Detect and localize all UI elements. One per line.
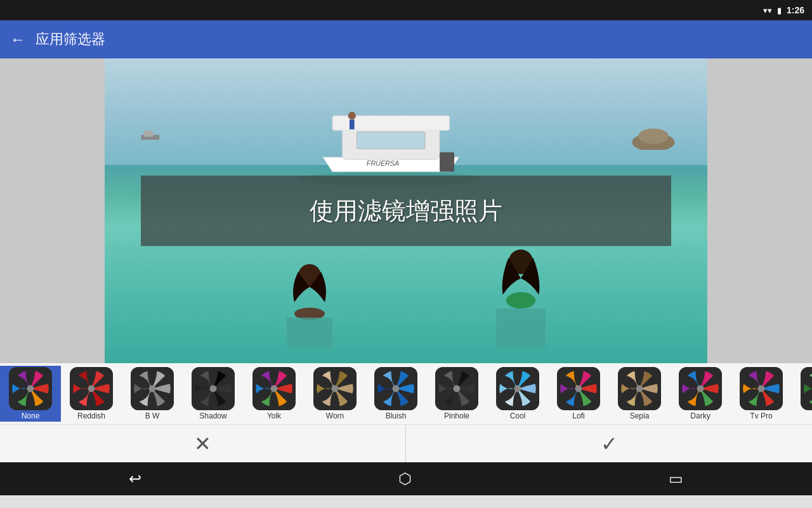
svg-rect-10: [287, 318, 332, 348]
filter-thumb-reddish: [70, 367, 113, 410]
svg-point-26: [514, 385, 521, 392]
filter-label-cool: Cool: [510, 411, 526, 420]
filter-item-yolk[interactable]: Yolk: [244, 366, 304, 422]
svg-point-28: [636, 385, 643, 392]
filter-label-pinhole: Pinhole: [444, 411, 469, 420]
filter-thumb-darky: [679, 367, 722, 410]
filter-thumb-cool: [496, 367, 539, 410]
svg-point-21: [210, 385, 217, 392]
svg-rect-17: [144, 130, 153, 137]
filter-thumb-pinhole: [435, 367, 478, 410]
filter-thumb-g: [801, 367, 812, 410]
filter-thumb-tvpro: [740, 367, 783, 410]
filter-thumb-sepia: [618, 367, 661, 410]
filter-thumb-yolk: [252, 367, 296, 410]
filter-item-reddish[interactable]: Reddish: [61, 366, 122, 422]
rocks: [629, 119, 678, 150]
action-bar: ✕ ✓: [0, 424, 812, 462]
recent-nav-icon[interactable]: ▭: [669, 470, 683, 488]
battery-icon: ▮: [777, 6, 782, 15]
filter-thumb-lofi: [557, 367, 600, 410]
banner-text: 使用滤镜增强照片: [310, 197, 502, 224]
filter-thumb-worn: [313, 367, 357, 410]
filter-item-darky[interactable]: Darky: [670, 366, 731, 422]
back-button[interactable]: ←: [10, 30, 25, 48]
svg-rect-6: [440, 152, 454, 172]
person-right: [485, 241, 557, 348]
svg-point-12: [506, 292, 535, 309]
back-nav-icon[interactable]: ↩: [129, 470, 141, 488]
svg-point-30: [758, 385, 765, 392]
svg-point-23: [332, 385, 339, 392]
filter-label-shadow: Shadow: [199, 411, 226, 420]
filter-item-shadow[interactable]: Shadow: [183, 366, 244, 422]
filter-thumb-none: [9, 367, 52, 410]
time-display: 1:26: [787, 5, 804, 15]
filter-label-tvpro: Tv Pro: [750, 411, 772, 420]
app-title: 应用筛选器: [36, 30, 105, 49]
svg-point-19: [88, 385, 95, 392]
photo-background: FRUERSA 使用滤镜增强照片: [105, 58, 707, 363]
filter-label-worn: Worn: [326, 411, 344, 420]
app-bar: ← 应用筛选器: [0, 20, 812, 58]
svg-point-22: [271, 385, 278, 392]
filter-label-sepia: Sepia: [630, 411, 650, 420]
svg-point-4: [348, 112, 356, 119]
svg-point-27: [575, 385, 582, 392]
status-bar: ▾▾ ▮ 1:26: [0, 0, 812, 20]
svg-point-20: [149, 385, 156, 392]
filter-item-worn[interactable]: Worn: [304, 366, 365, 422]
filter-item-bluish[interactable]: Bluish: [365, 366, 426, 422]
filter-label-none: None: [22, 411, 40, 420]
wifi-icon: ▾▾: [763, 6, 772, 15]
filter-label-reddish: Reddish: [77, 411, 105, 420]
confirm-icon: ✓: [601, 432, 618, 456]
filter-item-none[interactable]: None: [0, 366, 61, 422]
svg-rect-3: [357, 132, 425, 149]
home-nav-icon[interactable]: ⬡: [398, 470, 412, 488]
svg-point-24: [393, 385, 400, 392]
text-banner: 使用滤镜增强照片: [141, 176, 671, 246]
photo-container: FRUERSA 使用滤镜增强照片: [105, 58, 707, 363]
filter-label-darky: Darky: [690, 411, 710, 420]
filter-item-bw[interactable]: B W: [122, 366, 183, 422]
filter-thumb-shadow: [192, 367, 235, 410]
cancel-icon: ✕: [194, 432, 211, 456]
filter-thumb-bw: [131, 367, 174, 410]
filter-item-lofi[interactable]: Lofi: [548, 366, 609, 422]
filter-item-g[interactable]: G: [792, 366, 812, 422]
nav-bar: ↩ ⬡ ▭: [0, 462, 812, 495]
filter-thumb-bluish: [374, 367, 417, 410]
filter-item-tvpro[interactable]: Tv Pro: [731, 366, 792, 422]
filter-label-lofi: Lofi: [572, 411, 584, 420]
svg-point-25: [454, 385, 461, 392]
confirm-button[interactable]: ✓: [406, 425, 812, 462]
distant-boat: [135, 126, 166, 144]
svg-rect-13: [496, 309, 546, 348]
svg-point-18: [27, 385, 34, 392]
svg-point-29: [697, 385, 704, 392]
filter-item-cool[interactable]: Cool: [487, 366, 548, 422]
person-left: [273, 257, 346, 348]
filter-label-bw: B W: [145, 411, 160, 420]
svg-rect-5: [350, 119, 355, 129]
filter-label-yolk: Yolk: [267, 411, 281, 420]
filter-item-sepia[interactable]: Sepia: [609, 366, 670, 422]
boat-svg: FRUERSA: [225, 89, 557, 187]
filter-strip[interactable]: NoneReddishB WShadowYolkWornBluishPinhol…: [0, 363, 812, 424]
filter-item-pinhole[interactable]: Pinhole: [426, 366, 487, 422]
cancel-button[interactable]: ✕: [0, 425, 406, 462]
svg-point-15: [638, 128, 669, 144]
main-content: FRUERSA 使用滤镜增强照片: [0, 58, 812, 363]
filter-label-bluish: Bluish: [386, 411, 407, 420]
svg-text:FRUERSA: FRUERSA: [367, 159, 399, 167]
